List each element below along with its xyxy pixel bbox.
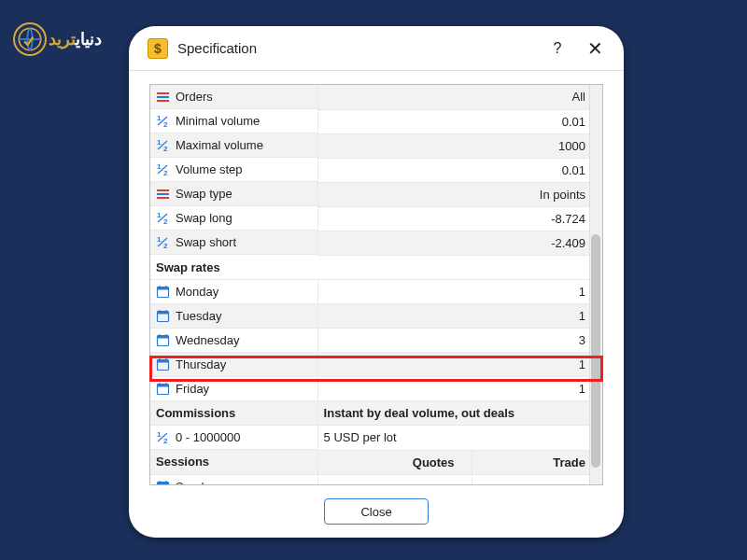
row-value: 1 [317,279,602,304]
calendar-icon [156,382,170,396]
label-text: Swap long [176,211,233,225]
half-icon: 12 [156,162,170,176]
table-row: Thursday 1 [150,353,602,377]
row-label: 12 Maximal volume [150,133,317,158]
titlebar: $ Specification ? ✕ [129,26,624,71]
svg-text:2: 2 [163,145,168,152]
row-label: 12 0 - 1000000 [150,426,317,450]
table-row: 12 Swap long -8.724 [150,206,602,231]
row-value: -8.724 [317,206,602,231]
brand-logo: دنیایترید [13,22,102,56]
label-text: Monday [176,285,218,299]
calendar-icon [156,309,170,323]
label-text: Swap short [176,235,236,249]
close-button[interactable]: Close [324,498,429,525]
row-label: 12 Minimal volume [150,109,317,133]
label-text: Thursday [176,357,226,371]
row-value: 1000 [317,133,602,158]
table-row: Friday 1 [150,377,602,401]
scroll-thumb[interactable] [591,234,600,468]
svg-text:2: 2 [163,169,168,176]
row-label: Wednesday [150,329,317,353]
half-icon: 12 [156,235,170,249]
label-text: Swap type [176,187,233,201]
row-label: Sunday [150,475,317,486]
brand-text: دنیایترید [49,29,102,49]
svg-text:2: 2 [163,242,168,249]
row-value: 3 [317,329,602,353]
row-value: 1 [317,304,602,329]
specification-dialog: $ Specification ? ✕ Orders All 12 Minima… [129,26,624,538]
row-value: 0.01 [317,158,602,182]
svg-text:2: 2 [163,437,168,444]
label-text: Tuesday [176,309,221,323]
svg-rect-31 [158,335,169,338]
svg-rect-2 [157,96,169,98]
svg-rect-46 [158,482,169,484]
calendar-icon [156,333,170,347]
svg-rect-3 [157,100,169,102]
calendar-icon [156,285,170,299]
half-icon: 12 [156,114,170,128]
row-label: 12 Swap short [150,231,317,255]
label-text: Maximal volume [176,138,263,152]
dialog-footer: Close [129,485,624,538]
scrollbar[interactable] [589,85,602,484]
hlines-icon [156,90,170,104]
half-icon: 12 [156,430,170,444]
row-label: 12 Volume step [150,158,317,182]
row-label: Friday [150,377,317,401]
svg-rect-13 [157,189,169,191]
spec-table: Orders All 12 Minimal volume 0.01 12 Max… [149,84,603,485]
globe-icon [13,22,47,56]
table-row: Monday 1 [150,279,602,304]
svg-text:1: 1 [157,114,162,122]
svg-rect-1 [157,92,169,94]
close-icon[interactable]: ✕ [585,38,605,59]
table-row: Wednesday 3 [150,329,602,353]
half-icon: 12 [156,211,170,225]
row-label: Thursday [150,353,317,377]
sessions-header: Sessions Quotes Trade [150,450,602,474]
row-value: All [317,85,602,109]
svg-rect-39 [158,384,169,386]
table-row: Orders All [150,85,602,109]
row-value: 0.01 [317,109,602,133]
dialog-body: Orders All 12 Minimal volume 0.01 12 Max… [129,71,624,485]
svg-rect-27 [158,311,169,314]
label-text: Minimal volume [176,114,260,128]
label-text: Wednesday [176,333,239,347]
help-button[interactable]: ? [547,38,568,59]
col-trade: Trade [472,450,602,474]
commissions-header: Commissions Instant by deal volume, out … [150,401,602,426]
row-label: Orders [150,85,317,109]
svg-text:1: 1 [157,162,162,171]
table-row: 12 Swap short -2.409 [150,231,602,255]
swap-rates-header: Swap rates [150,255,602,279]
half-icon: 12 [156,138,170,152]
row-value: 1 [317,353,602,377]
label-text: Friday [176,382,209,396]
svg-rect-23 [158,287,169,289]
row-value: 1 [317,377,602,401]
table-row: Tuesday 1 [150,304,602,329]
table-row: 12 Minimal volume 0.01 [150,109,602,133]
svg-rect-15 [157,197,169,199]
table-row: Swap type In points [150,182,602,206]
label-text: Sunday [176,480,217,486]
row-value: In points [317,182,602,206]
table-row: 12 Volume step 0.01 [150,158,602,182]
svg-text:1: 1 [157,430,162,439]
label-text: 0 - 1000000 [176,430,240,444]
row-label: Monday [150,280,317,304]
row-label: Swap type [150,182,317,206]
row-label: 12 Swap long [150,206,317,231]
label-text: Orders [176,90,213,104]
svg-text:1: 1 [157,211,162,219]
svg-rect-14 [157,193,169,195]
label-text: Volume step [176,162,243,176]
svg-text:1: 1 [157,138,162,147]
svg-text:2: 2 [163,120,168,128]
calendar-icon [156,357,170,371]
row-value: 5 USD per lot [317,426,602,451]
